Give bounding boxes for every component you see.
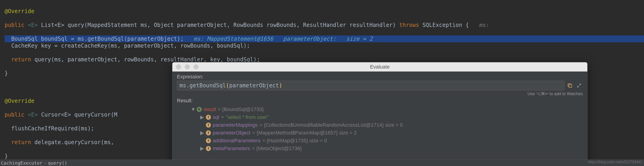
tree-row[interactable]: f additionalParameters = {HashMap@1735} … xyxy=(177,137,583,145)
watch-icon: ✎ xyxy=(197,107,202,112)
chevron-right-icon[interactable]: ▶ xyxy=(200,114,204,120)
breadcrumb[interactable]: CachingExecutor › query() xyxy=(0,159,644,166)
window-controls[interactable] xyxy=(176,64,198,69)
history-icon[interactable] xyxy=(566,82,574,89)
chevron-right-icon: › xyxy=(44,160,46,166)
svg-rect-1 xyxy=(569,85,572,87)
tree-row[interactable]: ▶ f metaParameters = {MetaObject@1736} xyxy=(177,145,583,152)
result-label: Result: xyxy=(177,98,583,104)
tree-row[interactable]: f parameterMappings = {Collections$Unmod… xyxy=(177,121,583,129)
watermark: https://blog.csdn.net/u012734441 xyxy=(588,160,642,164)
code-line: public <E> List<E> query(MappedStatement… xyxy=(4,22,644,29)
result-tree[interactable]: ▼ ✎ result = {BoundSql@1733} ▶ f sql = "… xyxy=(177,105,583,153)
chevron-down-icon[interactable]: ▼ xyxy=(191,106,195,112)
tree-row[interactable]: ▶ f sql = "select * from user" xyxy=(177,113,583,121)
field-icon: f xyxy=(206,130,211,135)
tree-row[interactable]: ▶ f parameterObject = {MapperMethod$Para… xyxy=(177,129,583,137)
close-icon[interactable] xyxy=(176,64,181,69)
expression-hint: Use ⌥⌘↩ to add to Watches xyxy=(177,91,583,96)
field-icon: f xyxy=(206,122,211,128)
breadcrumb-item[interactable]: query() xyxy=(48,160,67,166)
breadcrumb-item[interactable]: CachingExecutor xyxy=(1,160,42,166)
evaluate-titlebar[interactable]: Evaluate xyxy=(172,62,587,72)
field-icon: f xyxy=(206,115,211,120)
field-icon: f xyxy=(206,146,211,151)
code-line: CacheKey key = createCacheKey(ms, parame… xyxy=(4,42,644,49)
expression-input[interactable]: ms.getBoundSql(parameterObject) xyxy=(177,81,564,90)
evaluate-title: Evaluate xyxy=(370,64,390,70)
code-line-current: BoundSql boundSql = ms.getBoundSql(param… xyxy=(4,35,644,42)
code-line: @Override xyxy=(4,8,644,15)
expand-icon[interactable] xyxy=(576,82,583,89)
chevron-right-icon[interactable]: ▶ xyxy=(200,145,204,151)
minimize-icon[interactable] xyxy=(185,64,190,69)
evaluate-window[interactable]: Evaluate Expression: ms.getBoundSql(para… xyxy=(172,62,588,165)
tree-row-root[interactable]: ▼ ✎ result = {BoundSql@1733} xyxy=(177,105,583,113)
expression-label: Expression: xyxy=(177,74,583,80)
chevron-right-icon[interactable]: ▶ xyxy=(200,130,204,136)
zoom-icon[interactable] xyxy=(194,64,198,69)
field-icon: f xyxy=(206,138,211,143)
